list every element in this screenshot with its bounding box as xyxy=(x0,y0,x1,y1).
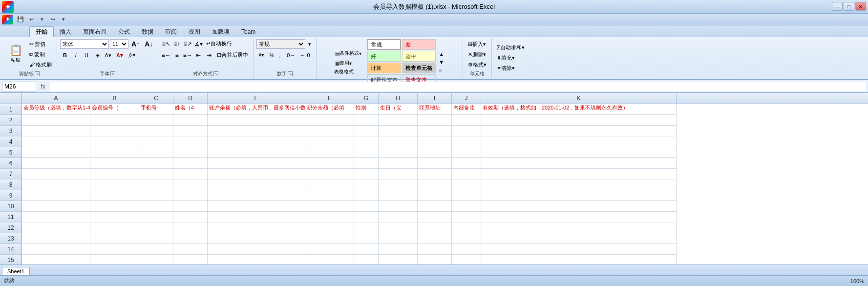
clipboard-expand[interactable]: ↘ xyxy=(35,71,40,76)
cell-a6[interactable] xyxy=(22,158,90,169)
cell-g1[interactable]: 性别 xyxy=(354,104,379,115)
cell-b15[interactable] xyxy=(90,255,139,264)
cell-g12[interactable] xyxy=(354,222,379,233)
cell-b7[interactable] xyxy=(90,169,139,179)
cell-g6[interactable] xyxy=(354,158,379,169)
cell-a15[interactable] xyxy=(22,255,90,264)
cell-e6[interactable] xyxy=(208,158,305,169)
cell-h11[interactable] xyxy=(379,212,418,222)
cell-h10[interactable] xyxy=(379,201,418,212)
cell-a12[interactable] xyxy=(22,222,90,233)
cell-d3[interactable] xyxy=(173,126,208,136)
cell-f4[interactable] xyxy=(305,136,354,147)
sheet-tab-1[interactable]: Sheet1 xyxy=(2,267,30,275)
cell-a13[interactable] xyxy=(22,233,90,244)
cell-e5[interactable] xyxy=(208,147,305,158)
row-header-3[interactable]: 3 xyxy=(0,126,22,136)
cell-k9[interactable] xyxy=(481,190,677,201)
undo-dropdown[interactable]: ▾ xyxy=(37,15,47,24)
merge-button[interactable]: ⊡ 合并后居中 xyxy=(215,50,250,60)
col-header-d[interactable]: D xyxy=(173,93,208,104)
cell-i7[interactable] xyxy=(418,169,452,179)
cell-j12[interactable] xyxy=(452,222,481,233)
cell-j2[interactable] xyxy=(452,115,481,126)
row-header-13[interactable]: 13 xyxy=(0,233,22,244)
row-header-5[interactable]: 5 xyxy=(0,147,22,158)
cell-i12[interactable] xyxy=(418,222,452,233)
calc-style-cell[interactable]: 计算 xyxy=(367,63,401,73)
cell-j5[interactable] xyxy=(452,147,481,158)
cell-g2[interactable] xyxy=(354,115,379,126)
cell-j13[interactable] xyxy=(452,233,481,244)
cell-f13[interactable] xyxy=(305,233,354,244)
conditional-format-button[interactable]: ▤ 条件格式 ▾ xyxy=(333,49,363,58)
cell-b8[interactable] xyxy=(90,179,139,190)
cell-e7[interactable] xyxy=(208,169,305,179)
cell-b1[interactable]: 会员编号（ xyxy=(90,104,139,115)
row-header-9[interactable]: 9 xyxy=(0,190,22,201)
fill-color-button[interactable]: A▾ xyxy=(103,51,113,60)
align-top-left[interactable]: ≡↖ xyxy=(161,40,171,48)
number-expand[interactable]: ↘ xyxy=(288,71,293,76)
cell-a7[interactable] xyxy=(22,169,90,179)
check-style-cell[interactable]: 检查单元格 xyxy=(402,63,436,73)
cell-k4[interactable] xyxy=(481,136,677,147)
cell-e3[interactable] xyxy=(208,126,305,136)
cell-e8[interactable] xyxy=(208,179,305,190)
cell-b12[interactable] xyxy=(90,222,139,233)
cell-k12[interactable] xyxy=(481,222,677,233)
cell-k2[interactable] xyxy=(481,115,677,126)
cell-e12[interactable] xyxy=(208,222,305,233)
cell-f10[interactable] xyxy=(305,201,354,212)
cell-i5[interactable] xyxy=(418,147,452,158)
cell-h1[interactable]: 生日（义 xyxy=(379,104,418,115)
cell-d13[interactable] xyxy=(173,233,208,244)
bad-style-cell[interactable]: 差 xyxy=(402,39,436,50)
indent-decrease[interactable]: ⇤ xyxy=(193,51,203,60)
cell-j3[interactable] xyxy=(452,126,481,136)
col-header-h[interactable]: H xyxy=(379,93,418,104)
neutral-style-cell[interactable]: 适中 xyxy=(402,51,436,62)
cell-d11[interactable] xyxy=(173,212,208,222)
cell-b6[interactable] xyxy=(90,158,139,169)
cell-j4[interactable] xyxy=(452,136,481,147)
cell-c4[interactable] xyxy=(139,136,173,147)
cell-f5[interactable] xyxy=(305,147,354,158)
text-angle[interactable]: ∡▾ xyxy=(193,40,203,48)
cell-b4[interactable] xyxy=(90,136,139,147)
align-right[interactable]: ≡→ xyxy=(183,51,192,60)
number-expand-arrow[interactable]: ▾ xyxy=(306,40,313,48)
align-center[interactable]: ≡ xyxy=(172,51,182,60)
cell-d6[interactable] xyxy=(173,158,208,169)
currency-button[interactable]: ¥▾ xyxy=(256,51,266,59)
tab-page-layout[interactable]: 页面布局 xyxy=(77,26,112,37)
cell-c14[interactable] xyxy=(139,244,173,255)
cell-h14[interactable] xyxy=(379,244,418,255)
cut-button[interactable]: ✂ 剪切 xyxy=(27,40,54,49)
cell-h3[interactable] xyxy=(379,126,418,136)
decrease-decimal[interactable]: ←.0 xyxy=(298,51,312,59)
paste-button[interactable]: 📋 粘贴 xyxy=(5,44,26,65)
undo-button[interactable]: ↩ xyxy=(26,15,36,24)
cell-h13[interactable] xyxy=(379,233,418,244)
cell-c13[interactable] xyxy=(139,233,173,244)
percent-button[interactable]: % xyxy=(267,51,276,59)
styles-more[interactable]: ≡ xyxy=(437,66,446,74)
wrap-text-button[interactable]: ↵ 自动换行 xyxy=(204,39,234,48)
cell-a14[interactable] xyxy=(22,244,90,255)
cell-i15[interactable] xyxy=(418,255,452,264)
cell-reference-input[interactable] xyxy=(2,82,36,91)
styles-down[interactable]: ▼ xyxy=(437,58,446,66)
cell-f7[interactable] xyxy=(305,169,354,179)
format-paint-button[interactable]: 🖌 格式刷 xyxy=(27,60,54,69)
cell-c3[interactable] xyxy=(139,126,173,136)
cell-c8[interactable] xyxy=(139,179,173,190)
cell-k7[interactable] xyxy=(481,169,677,179)
cell-e10[interactable] xyxy=(208,201,305,212)
cell-h8[interactable] xyxy=(379,179,418,190)
cell-c11[interactable] xyxy=(139,212,173,222)
row-header-11[interactable]: 11 xyxy=(0,212,22,222)
cell-ref-select[interactable]: 常规 xyxy=(367,39,401,50)
cell-c7[interactable] xyxy=(139,169,173,179)
col-header-k[interactable]: K xyxy=(481,93,677,104)
